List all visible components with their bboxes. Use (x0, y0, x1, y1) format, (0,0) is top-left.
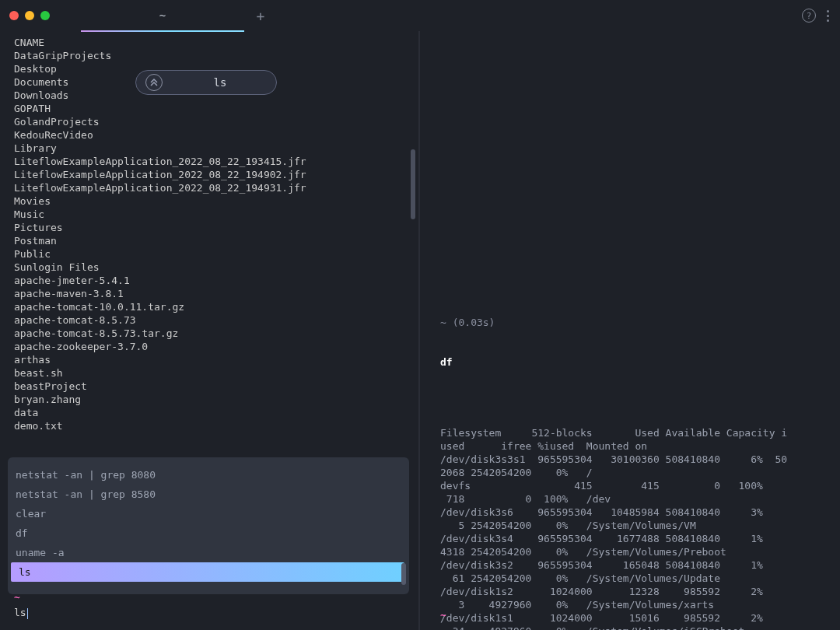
command-history-panel: netstat -an | grep 8080netstat -an | gre… (8, 457, 409, 594)
text-cursor (27, 608, 28, 619)
file-entry: data (14, 406, 418, 419)
file-entry: beastProject (14, 380, 418, 393)
output-line: /dev/disk3s4 965595304 1677488 508410840… (440, 532, 826, 545)
prompt-input[interactable]: ls (14, 607, 28, 618)
history-item[interactable]: df (8, 523, 409, 543)
output-line: 5 2542054200 0% /System/Volumes/VM (440, 519, 826, 532)
history-item[interactable]: clear (8, 504, 409, 523)
file-entry: LiteflowExampleApplication_2022_08_22_19… (14, 168, 418, 181)
block-header: ~ (0.03s) (440, 316, 826, 329)
file-entry: LiteflowExampleApplication_2022_08_22_19… (14, 181, 418, 194)
file-entry: Library (14, 142, 418, 155)
prompt-path-right: ~ (440, 609, 446, 621)
file-entry: Postman (14, 234, 418, 247)
prompt-block: ~ ls (14, 590, 28, 621)
file-entry: bryan.zhang (14, 393, 418, 406)
file-entry: GOPATH (14, 102, 418, 115)
file-entry: DataGripProjects (14, 49, 418, 62)
file-entry: Movies (14, 194, 418, 208)
file-entry: GolandProjects (14, 115, 418, 128)
prompt-typed: ls (14, 607, 26, 618)
file-entry: apache-tomcat-10.0.11.tar.gz (14, 300, 418, 313)
history-item[interactable]: netstat -an | grep 8080 (8, 465, 409, 485)
file-entry: apache-tomcat-8.5.73.tar.gz (14, 327, 418, 340)
menu-icon[interactable] (827, 10, 829, 22)
ai-suggestion-text: ls (173, 76, 267, 89)
titlebar-actions: ? (802, 0, 829, 31)
file-entry: apache-zookeeper-3.7.0 (14, 340, 418, 353)
maximize-window-button[interactable] (40, 11, 50, 20)
file-entry: Sunlogin Files (14, 261, 418, 274)
output-line: /dev/disk3s6 965595304 10485984 50841084… (440, 506, 826, 519)
file-entry: apache-jmeter-5.4.1 (14, 274, 418, 287)
output-line: devfs 415 415 0 100% (440, 479, 826, 492)
output-line: used ifree %iused Mounted on (440, 439, 826, 453)
output-line: 4318 2542054200 0% /System/Volumes/Prebo… (440, 545, 826, 558)
tab-bar: ~ + (81, 0, 272, 31)
scrollbar-thumb[interactable] (411, 149, 415, 219)
output-line: Filesystem 512-blocks Used Available Cap… (440, 426, 826, 439)
ai-suggestion-pill[interactable]: ls (135, 70, 277, 95)
chevron-up-double-icon (145, 74, 163, 91)
file-entry: Pictures (14, 221, 418, 234)
history-item[interactable]: uname -a (8, 543, 409, 562)
output-line: /dev/disk1s1 1024000 15016 985592 2% (440, 611, 826, 625)
tab-home[interactable]: ~ (81, 0, 244, 31)
window-controls (9, 11, 50, 20)
output-line: /dev/disk1s2 1024000 12328 985592 2% (440, 585, 826, 598)
tab-label: ~ (159, 9, 166, 22)
new-tab-button[interactable]: + (249, 4, 272, 27)
file-entry: demo.txt (14, 419, 418, 432)
help-icon[interactable]: ? (802, 9, 816, 23)
file-entry: Public (14, 247, 418, 261)
file-entry: beast.sh (14, 366, 418, 380)
df-output-block: ~ (0.03s) df Filesystem 512-blocks Used … (440, 289, 826, 630)
close-window-button[interactable] (9, 11, 19, 20)
titlebar: ~ + ? (0, 0, 840, 31)
pane-left: CNAMEDataGripProjectsDesktopDocumentsDow… (0, 31, 420, 630)
file-entry: apache-maven-3.8.1 (14, 287, 418, 300)
history-scrollbar-thumb[interactable] (401, 563, 406, 585)
output-line: 61 2542054200 0% /System/Volumes/Update (440, 572, 826, 585)
history-item[interactable]: ls (11, 562, 404, 582)
minimize-window-button[interactable] (25, 11, 34, 20)
output-line: /dev/disk3s2 965595304 165048 508410840 … (440, 558, 826, 572)
prompt-path: ~ (14, 590, 28, 605)
file-entry: apache-tomcat-8.5.73 (14, 313, 418, 327)
file-entry: KedouRecVideo (14, 128, 418, 142)
pane-right: ~ (0.03s) df Filesystem 512-blocks Used … (420, 31, 840, 630)
output-line: 34 4927960 0% /System/Volumes/iSCPreboot (440, 625, 826, 630)
file-entry: arthas (14, 353, 418, 366)
output-line: /dev/disk3s3s1 965595304 30100360 508410… (440, 453, 826, 466)
output-line: 718 0 100% /dev (440, 492, 826, 506)
file-entry: LiteflowExampleApplication_2022_08_22_19… (14, 155, 418, 168)
file-entry: Music (14, 208, 418, 221)
file-entry: CNAME (14, 36, 418, 49)
plus-icon: + (257, 8, 265, 24)
block-command: df (440, 355, 826, 369)
workspace: CNAMEDataGripProjectsDesktopDocumentsDow… (0, 31, 840, 630)
output-line: 3 4927960 0% /System/Volumes/xarts (440, 598, 826, 611)
history-item[interactable]: netstat -an | grep 8580 (8, 485, 409, 504)
output-line: 2068 2542054200 0% / (440, 466, 826, 479)
